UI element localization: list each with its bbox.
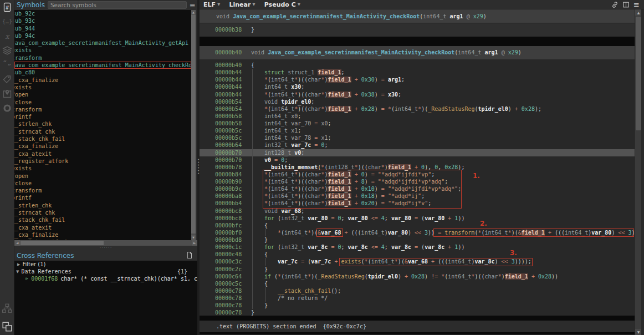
tab-il-level[interactable]: Pseudo C ▼ [264, 1, 300, 8]
panel-splitter-handle[interactable]: ······ [14, 246, 197, 251]
symbol-item[interactable]: sub_944 [14, 25, 191, 32]
xrefs-group-row[interactable]: ▼ Data References {1} [14, 268, 197, 275]
previous-function-end-line[interactable]: 00000b38} [200, 23, 635, 37]
symbol-item[interactable]: Java_com_example_secretinmanifest_MainAc… [14, 62, 191, 69]
new-document-icon[interactable] [186, 251, 193, 261]
code-line[interactable]: 00000b64int32_t var_7c = 0; [200, 141, 635, 149]
symbol-item[interactable]: fopen [14, 91, 191, 98]
symbol-item[interactable]: exists [14, 84, 191, 91]
code-line[interactable]: 00000b44*(int64_t*)((char*)field_1 + 0x3… [200, 76, 635, 83]
symbol-item[interactable]: exists [14, 47, 191, 54]
symbols-menu-icon[interactable]: ≡ [190, 2, 196, 9]
symbol-item[interactable]: __strlen_chk [14, 120, 191, 128]
tab-view-mode[interactable]: Linear ▼ [229, 1, 255, 8]
code-line[interactable]: 00000c78} [200, 309, 635, 316]
tag-icon[interactable] [0, 72, 14, 87]
code-line[interactable]: 00000bc8void var_68; [200, 207, 635, 215]
braces-icon[interactable]: {…} [0, 14, 14, 29]
code-line[interactable]: 00000b44int64_t x30; [200, 83, 635, 90]
scroll-up-icon[interactable]: ▲ [191, 10, 196, 15]
code-line[interactable]: 00000c48{ [200, 251, 635, 258]
scroll-down-icon[interactable]: ▼ [191, 235, 196, 240]
scrollbar-thumb[interactable] [636, 17, 641, 130]
code-line[interactable]: 00000c78__stack_chk_fail(); [200, 287, 635, 295]
code-line[interactable]: 00000b70v0 = 0; [200, 156, 635, 164]
symbol-item[interactable]: printf [14, 194, 191, 201]
code-line[interactable]: 00000b58int64_t var_70 = x0; [200, 120, 635, 127]
code-line[interactable]: 00000bd8} [200, 236, 635, 243]
symbol-item[interactable]: transform [14, 106, 191, 113]
main-vertical-scrollbar[interactable]: ▲ ▼ [635, 9, 641, 335]
symbol-item[interactable]: exists [14, 165, 191, 172]
code-line[interactable]: 00000bc8for (int32_t var_80 = 0; var_80 … [200, 215, 635, 222]
code-line[interactable]: 00000b54*(int64_t*)((char*)field_1 + 0x2… [200, 105, 635, 113]
view-menu-icon[interactable]: ≡ [633, 1, 640, 8]
symbol-item[interactable]: __stack_chk_fail [14, 135, 191, 143]
code-line[interactable]: 00000b5cint64_t x1; [200, 127, 635, 134]
symbol-item[interactable]: __strncat_chk [14, 128, 191, 135]
code-line[interactable]: 00000c2c} [200, 266, 635, 273]
code-line[interactable]: 00000b54void tpidr_el0; [200, 98, 635, 105]
split-view-icon[interactable] [622, 1, 630, 8]
code-line[interactable]: 00000b44struct struct_1 field_1; [200, 69, 635, 76]
map-icon[interactable] [0, 87, 14, 101]
symbol-item[interactable]: __cxa_finalize [14, 77, 191, 84]
symbol-item[interactable]: transform [14, 187, 191, 194]
target-icon[interactable] [0, 101, 14, 115]
code-line[interactable]: 00000b90*(int64_t*)((char*)field_1 + 8) … [200, 178, 635, 185]
code-line[interactable]: 00000b58int64_t x0; [200, 113, 635, 120]
scroll-right-icon[interactable]: ► [192, 240, 197, 246]
symbol-item[interactable]: __stack_chk_fail [14, 216, 191, 224]
code-line[interactable]: 00000b5cint64_t var_78 = x1; [200, 134, 635, 141]
symbol-item[interactable]: __strlen_chk [14, 202, 191, 209]
symbol-item[interactable]: fclose [14, 180, 191, 187]
code-line[interactable]: 00000b84*(int64_t*)((char*)field_1 + 0) … [200, 171, 635, 178]
symbol-item[interactable]: printf [14, 113, 191, 120]
symbol-item[interactable]: fopen [14, 172, 191, 180]
symbol-item[interactable]: sub_93c [14, 17, 191, 24]
windows-icon[interactable] [0, 319, 14, 334]
code-line[interactable]: 00000c3cvar_7c = (var_7c + exists(*(int6… [200, 258, 635, 265]
code-line[interactable]: 00000b78__builtin_memset(*(int128_t*)((c… [200, 164, 635, 171]
code-line[interactable]: 00000bfc{ [200, 222, 635, 229]
code-line[interactable]: 00000b70int128_t v0; [200, 149, 635, 156]
tab-file-format[interactable]: ELF ▼ [203, 1, 220, 8]
code-line[interactable]: 00000c78} [200, 302, 635, 309]
symbols-document-icon[interactable]: # [0, 0, 14, 14]
symbol-item[interactable]: Java_com_example_secretinmanifest_MainAc… [14, 39, 191, 47]
code-line[interactable]: 00000c78/* no return */ [200, 295, 635, 302]
strings-icon[interactable]: “” [0, 58, 14, 72]
variables-icon[interactable]: x [0, 29, 14, 43]
symbol-item[interactable]: __cxa_atexit [14, 150, 191, 158]
symbol-item[interactable]: sub_c80 [14, 69, 191, 76]
scrollbar-thumb[interactable] [191, 15, 196, 234]
symbol-item[interactable]: __strncat_chk [14, 209, 191, 216]
symbol-item[interactable]: sub_92c [14, 10, 191, 17]
xrefs-filter-row[interactable]: ▶ Filter (1) [14, 261, 197, 268]
xref-entry[interactable]: 00001f68char* (* const __strncat_chk)(ch… [14, 275, 197, 282]
code-line[interactable]: 00000c5c{ [200, 280, 635, 287]
code-line[interactable]: 00000bb4*(int64_t*)((char*)field_1 + 0x2… [200, 200, 635, 207]
symbols-vertical-scrollbar[interactable]: ▲ ▼ [191, 10, 196, 240]
scroll-left-icon[interactable]: ◄ [14, 240, 20, 246]
link-icon[interactable] [611, 1, 619, 8]
symbols-search-input[interactable] [48, 1, 187, 9]
layers-icon[interactable] [0, 43, 14, 58]
symbol-item[interactable]: fclose [14, 99, 191, 106]
symbol-item[interactable]: sub_94c [14, 32, 191, 39]
symbol-item[interactable]: __cxa_atexit [14, 224, 191, 231]
code-line[interactable]: 00000ba8*(int64_t*)((char*)field_1 + 0x1… [200, 192, 635, 200]
code-line[interactable]: 00000b44*(int64_t*)((char*)field_1 + 0x3… [200, 91, 635, 98]
scrollbar-thumb[interactable] [21, 241, 104, 245]
code-line[interactable]: 00000b9c*(int64_t*)((char*)field_1 + 0x1… [200, 185, 635, 192]
code-line[interactable]: 00000c64if (*(int64_t*)(_ReadStatusReg(t… [200, 273, 635, 280]
code-line[interactable]: 00000b40{ [200, 62, 635, 69]
code-line[interactable]: 00000bf0*(int64_t*)(&var_68 + (((int64_t… [200, 229, 635, 236]
symbol-item[interactable]: __cxa_finalize [14, 231, 191, 238]
symbol-item[interactable]: transform [14, 54, 191, 62]
code-line[interactable]: 00000c1cfor (int32_t var_8c = 0; var_8c … [200, 243, 635, 251]
function-header-line[interactable]: 00000b40void Java_com_example_secretinma… [200, 46, 635, 59]
symbol-item[interactable]: __cxa_finalize [14, 143, 191, 150]
symbol-item[interactable]: __register_atfork [14, 158, 191, 165]
hierarchy-icon[interactable] [0, 301, 14, 316]
